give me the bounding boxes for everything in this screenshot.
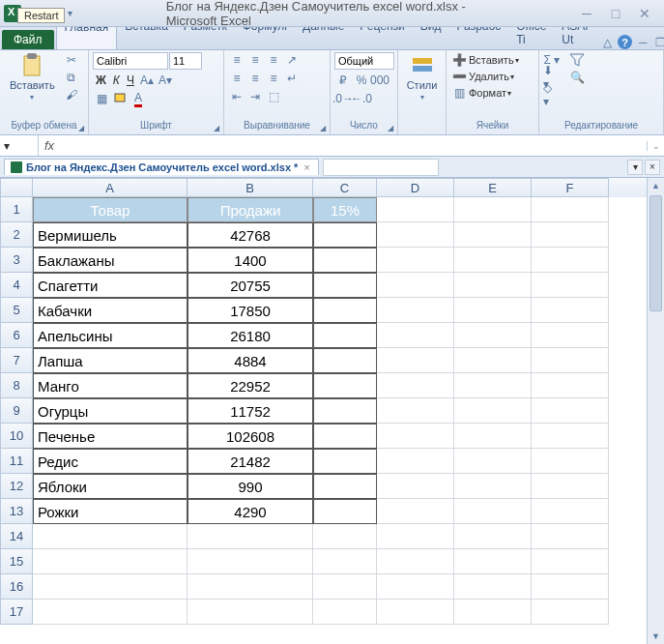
row-header[interactable]: 4	[0, 273, 33, 298]
cell[interactable]	[313, 298, 377, 323]
insert-cells-button[interactable]: ➕Вставить▾	[450, 52, 519, 68]
column-header[interactable]: D	[377, 178, 454, 197]
italic-button[interactable]: К	[110, 73, 123, 87]
cell[interactable]: 22952	[188, 373, 313, 398]
cell[interactable]: 102608	[188, 424, 313, 449]
cell[interactable]: Печенье	[33, 424, 188, 449]
cell[interactable]	[377, 549, 454, 574]
cell[interactable]	[313, 323, 377, 348]
cell[interactable]	[377, 248, 454, 273]
cell[interactable]: Товар	[33, 197, 188, 222]
cell[interactable]	[454, 273, 532, 298]
cell[interactable]	[377, 499, 454, 524]
close-button[interactable]: ✕	[637, 6, 652, 21]
workbook-tab-blank[interactable]	[323, 159, 439, 176]
fill-color-icon[interactable]	[111, 91, 129, 106]
format-cells-button[interactable]: ▥Формат▾	[450, 85, 511, 101]
cell[interactable]	[532, 474, 609, 499]
cell[interactable]	[313, 424, 377, 449]
cell[interactable]	[377, 348, 454, 373]
borders-icon[interactable]: ▦	[93, 91, 110, 106]
vertical-scrollbar[interactable]: ▲ ▼	[647, 178, 664, 644]
align-middle-icon[interactable]: ≡	[246, 52, 264, 68]
cell[interactable]	[377, 197, 454, 222]
cell[interactable]	[377, 398, 454, 424]
find-select-icon[interactable]: 🔍	[568, 70, 586, 85]
cell[interactable]	[33, 524, 188, 549]
cell[interactable]	[313, 474, 377, 499]
row-header[interactable]: 11	[0, 449, 33, 474]
cell[interactable]: Кабачки	[33, 298, 188, 323]
cell[interactable]	[454, 574, 532, 600]
align-top-icon[interactable]: ≡	[228, 52, 245, 68]
cell[interactable]: 20755	[188, 273, 313, 298]
row-header[interactable]: 7	[0, 348, 33, 373]
sort-filter-icon[interactable]	[568, 52, 586, 68]
cell[interactable]	[377, 449, 454, 474]
cell[interactable]	[532, 600, 609, 625]
paste-button[interactable]: Вставить ▾	[4, 52, 61, 103]
row-header[interactable]: 8	[0, 373, 33, 398]
number-dialog-icon[interactable]: ◢	[386, 123, 395, 132]
column-header[interactable]: A	[33, 178, 188, 197]
merge-cells-icon[interactable]: ⬚	[265, 89, 282, 104]
workbook-close-icon[interactable]: ×	[645, 160, 660, 175]
cell[interactable]	[313, 499, 377, 524]
column-header[interactable]: C	[313, 178, 377, 197]
cell[interactable]	[313, 600, 377, 625]
cell[interactable]	[454, 248, 532, 273]
cell[interactable]	[188, 574, 313, 600]
row-header[interactable]: 1	[0, 197, 33, 222]
row-header[interactable]: 10	[0, 424, 33, 449]
font-size-select[interactable]	[169, 52, 202, 70]
cell[interactable]	[454, 298, 532, 323]
column-header[interactable]: B	[188, 178, 313, 197]
wrap-text-icon[interactable]: ↵	[283, 71, 301, 86]
cell[interactable]	[377, 222, 454, 248]
cell[interactable]	[532, 549, 609, 574]
row-header[interactable]: 9	[0, 398, 33, 424]
cell[interactable]	[33, 574, 188, 600]
cell[interactable]: Огурцы	[33, 398, 188, 424]
scroll-down-icon[interactable]: ▼	[648, 629, 664, 644]
cell[interactable]	[188, 524, 313, 549]
cell[interactable]: 1400	[188, 248, 313, 273]
cell[interactable]: 11752	[188, 398, 313, 424]
cell[interactable]: Спагетти	[33, 273, 188, 298]
cell[interactable]	[532, 574, 609, 600]
column-header[interactable]: E	[454, 178, 532, 197]
scroll-up-icon[interactable]: ▲	[648, 178, 664, 193]
row-header[interactable]: 14	[0, 524, 33, 549]
cell[interactable]: 17850	[188, 298, 313, 323]
align-left-icon[interactable]: ≡	[228, 71, 245, 86]
decrease-decimal-icon[interactable]: ←.0	[353, 91, 370, 106]
cell[interactable]	[313, 449, 377, 474]
cell[interactable]	[377, 273, 454, 298]
formula-expand-icon[interactable]: ⌄	[647, 141, 664, 151]
bold-button[interactable]: Ж	[93, 73, 109, 87]
cell[interactable]	[454, 323, 532, 348]
cell[interactable]	[454, 549, 532, 574]
cell[interactable]	[454, 449, 532, 474]
cell[interactable]	[377, 323, 454, 348]
cell[interactable]	[454, 348, 532, 373]
cell[interactable]	[454, 499, 532, 524]
cell[interactable]	[454, 474, 532, 499]
row-header[interactable]: 3	[0, 248, 33, 273]
cell[interactable]	[454, 600, 532, 625]
cell[interactable]	[454, 398, 532, 424]
cell[interactable]	[313, 273, 377, 298]
cell[interactable]	[313, 348, 377, 373]
cell[interactable]: Лапша	[33, 348, 188, 373]
cell[interactable]	[377, 524, 454, 549]
minimize-button[interactable]: ─	[579, 6, 594, 21]
cell[interactable]	[377, 373, 454, 398]
cell[interactable]	[532, 348, 609, 373]
cell[interactable]: Яблоки	[33, 474, 188, 499]
cell[interactable]	[532, 373, 609, 398]
help-icon[interactable]: ?	[618, 35, 632, 49]
clipboard-dialog-icon[interactable]: ◢	[76, 123, 86, 132]
cell[interactable]	[313, 524, 377, 549]
cell[interactable]	[532, 298, 609, 323]
styles-button[interactable]: Стили ▾	[402, 52, 442, 103]
